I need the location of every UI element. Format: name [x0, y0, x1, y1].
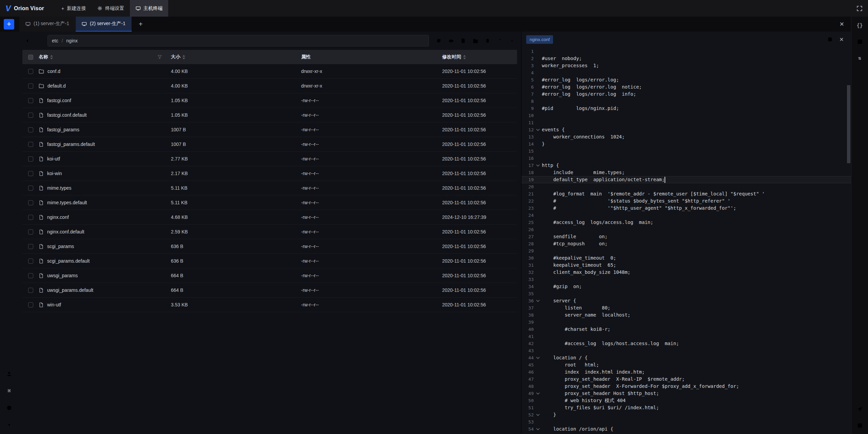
row-checkbox[interactable] [28, 244, 33, 249]
editor-code[interactable]: 12#user nobody;3worker_processes 1;45#er… [521, 47, 851, 434]
code-line[interactable]: 9#pid logs/nginx.pid; [521, 105, 851, 112]
code-line[interactable]: 35 [521, 290, 851, 297]
code-line[interactable]: 1 [521, 48, 851, 55]
show-hidden-eye-icon[interactable] [446, 36, 456, 46]
code-line[interactable]: 2#user nobody; [521, 55, 851, 62]
code-line[interactable]: 3worker_processes 1; [521, 62, 851, 69]
file-name[interactable]: uwsgi_params [47, 273, 78, 278]
back-button[interactable] [22, 36, 33, 46]
code-line[interactable]: 31 keepalive_timeout 65; [521, 262, 851, 269]
file-name[interactable]: fastcgi_params [47, 127, 79, 132]
fold-chevron-icon[interactable] [534, 165, 542, 166]
code-line[interactable]: 7#error_log logs/error.log info; [521, 91, 851, 98]
row-checkbox[interactable] [28, 69, 33, 74]
code-line[interactable]: 10 [521, 112, 851, 119]
delete-trash-icon[interactable] [482, 36, 493, 46]
code-line[interactable]: 22 # '$status $body_bytes_sent "$http_re… [521, 197, 851, 205]
code-line[interactable]: 25 #access_log logs/access.log main; [521, 219, 851, 226]
send-command-icon[interactable] [854, 403, 866, 415]
code-line[interactable]: 47 proxy_set_header X-Real-IP $remote_ad… [521, 376, 851, 383]
code-line[interactable]: 52 } [521, 411, 851, 418]
code-line[interactable]: 17http { [521, 162, 851, 169]
list-view-icon[interactable] [35, 36, 45, 46]
transfer-list-icon[interactable]: ⇅ [854, 52, 866, 64]
breadcrumb[interactable]: etc / nginx [47, 35, 429, 46]
row-checkbox[interactable] [28, 127, 33, 132]
menu-new-connection[interactable]: + 新建连接 [56, 0, 92, 17]
table-row[interactable]: fastcgi_params.default1007 B-rw-r--r--20… [22, 137, 517, 152]
breadcrumb-item[interactable]: nginx [66, 38, 78, 43]
code-line[interactable]: 19 default_type application/octet-stream… [521, 176, 851, 183]
code-line[interactable]: 6#error_log logs/error.log notice; [521, 83, 851, 91]
row-checkbox[interactable] [28, 98, 33, 103]
table-row[interactable]: default.d4.00 KBdrwxr-xr-x2020-11-01 10:… [22, 79, 517, 93]
editor-scrollbar[interactable] [847, 85, 850, 163]
file-name[interactable]: scgi_params.default [47, 258, 90, 264]
code-line[interactable]: 24 [521, 212, 851, 219]
fold-chevron-icon[interactable] [534, 357, 542, 358]
upload-icon[interactable] [495, 36, 505, 46]
extension-box-icon[interactable] [854, 420, 866, 431]
table-row[interactable]: uwsgi_params664 B-rw-r--r--2020-11-01 10… [22, 268, 517, 283]
download-icon[interactable] [507, 36, 517, 46]
code-line[interactable]: 20 [521, 183, 851, 190]
file-name[interactable]: default.d [47, 83, 66, 89]
code-line[interactable]: 38 server_name localhost; [521, 312, 851, 319]
appearance-icon[interactable] [3, 402, 15, 414]
terminal-tab[interactable]: (1) server-生产-1 [19, 17, 76, 32]
file-name[interactable]: koi-utf [47, 156, 60, 162]
refresh-icon[interactable] [434, 36, 444, 46]
code-line[interactable]: 26 [521, 226, 851, 233]
fold-chevron-icon[interactable] [534, 393, 542, 394]
close-editor-icon[interactable]: ✕ [837, 35, 846, 44]
fold-chevron-icon[interactable] [534, 429, 542, 430]
column-header-attr[interactable]: 属性 [301, 54, 442, 60]
table-row[interactable]: win-utf3.53 KB-rw-r--r--2020-11-01 10:02… [22, 298, 517, 312]
table-row[interactable]: fastcgi_params1007 B-rw-r--r--2020-11-01… [22, 122, 517, 137]
fold-chevron-icon[interactable] [534, 300, 542, 301]
column-header-name[interactable]: 名称 [39, 54, 171, 60]
settings-gear-icon[interactable] [3, 419, 15, 431]
table-row[interactable]: fastcgi.conf.default1.05 KB-rw-r--r--202… [22, 108, 517, 122]
file-name[interactable]: win-utf [47, 302, 61, 307]
fold-chevron-icon[interactable] [534, 129, 542, 130]
new-file-icon[interactable] [458, 36, 468, 46]
code-line[interactable]: 40 #charset koi8-r; [521, 326, 851, 333]
code-line[interactable]: 8 [521, 98, 851, 105]
menu-terminal-settings[interactable]: 终端设置 [92, 0, 130, 17]
column-header-mtime[interactable]: 修改时间 [442, 54, 517, 60]
table-row[interactable]: koi-win2.17 KB-rw-r--r--2020-11-01 10:02… [22, 166, 517, 181]
code-line[interactable]: 13 worker_connections 1024; [521, 133, 851, 140]
code-line[interactable]: 28 #tcp_nopush on; [521, 240, 851, 247]
terminal-tab[interactable]: (2) server-生产-1 [76, 17, 132, 32]
table-row[interactable]: koi-utf2.77 KB-rw-r--r--2020-11-01 10:02… [22, 152, 517, 166]
code-line[interactable]: 5#error_log logs/error.log; [521, 76, 851, 83]
table-row[interactable]: fastcgi.conf1.05 KB-rw-r--r--2020-11-01 … [22, 93, 517, 108]
code-line[interactable]: 50 # web history 模式 404 [521, 397, 851, 404]
sort-icon[interactable] [182, 55, 185, 59]
code-line[interactable]: 53 [521, 418, 851, 426]
code-line[interactable]: 36 server { [521, 297, 851, 304]
table-row[interactable]: uwsgi_params.default664 B-rw-r--r--2020-… [22, 283, 517, 298]
table-row[interactable]: nginx.conf.default2.59 KB-rw-r--r--2020-… [22, 225, 517, 239]
code-line[interactable]: 21 #log_format main '$remote_addr - $rem… [521, 190, 851, 197]
row-checkbox[interactable] [28, 273, 33, 278]
code-line[interactable]: 54 location /orion/api { [521, 426, 851, 433]
file-name[interactable]: mime.types.default [47, 200, 87, 205]
new-folder-icon[interactable] [470, 36, 480, 46]
code-line[interactable]: 41 [521, 333, 851, 340]
table-row[interactable]: scgi_params636 B-rw-r--r--2020-11-01 10:… [22, 239, 517, 254]
open-file-tab[interactable]: nginx.conf [526, 35, 553, 44]
filter-icon[interactable] [157, 55, 162, 59]
code-line[interactable]: 27 sendfile on; [521, 233, 851, 240]
file-name[interactable]: nginx.conf.default [47, 229, 84, 234]
code-line[interactable]: 48 proxy_set_header X-Forwarded-For $pro… [521, 383, 851, 390]
row-checkbox[interactable] [28, 171, 33, 176]
code-line[interactable]: 39 [521, 319, 851, 326]
code-line[interactable]: 32 client_max_body_size 1048m; [521, 269, 851, 276]
table-row[interactable]: conf.d4.00 KBdrwxr-xr-x2020-11-01 10:02:… [22, 64, 517, 79]
row-checkbox[interactable] [28, 200, 33, 205]
code-line[interactable]: 30 #keepalive_timeout 0; [521, 254, 851, 262]
sort-icon[interactable] [50, 55, 53, 59]
column-header-size[interactable]: 大小 [171, 54, 301, 60]
